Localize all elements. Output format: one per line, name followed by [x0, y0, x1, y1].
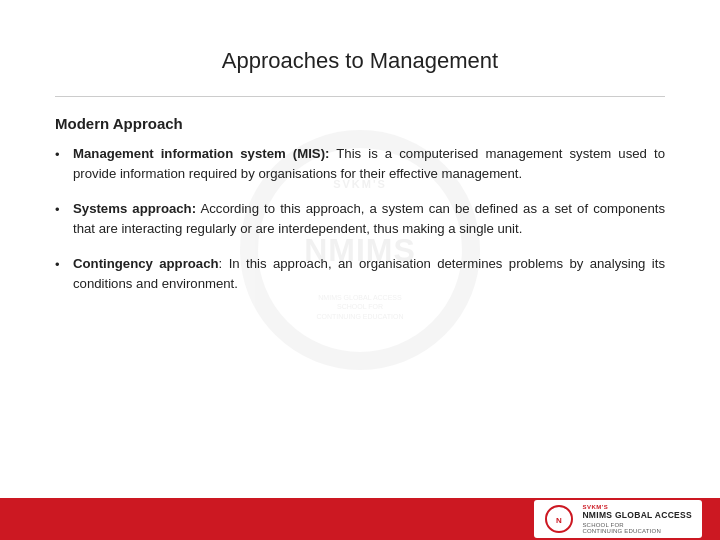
bullet-text-1: Management information system (MIS): Thi… [73, 144, 665, 185]
logo-text-block: SVKM'S NMIMS GLOBAL ACCESS SCHOOL FOR CO… [582, 504, 692, 533]
nmims-emblem-icon: N [544, 504, 574, 534]
main-content: Approaches to Management Modern Approach… [0, 0, 720, 498]
term-1: Management information system (MIS): [73, 146, 329, 161]
bullet-text-2: Systems approach: According to this appr… [73, 199, 665, 240]
term-3: Contingency approach [73, 256, 219, 271]
footer-bar: N SVKM'S NMIMS GLOBAL ACCESS SCHOOL FOR … [0, 498, 720, 540]
term-2: Systems approach: [73, 201, 196, 216]
section-heading: Modern Approach [55, 115, 665, 132]
logo-sub-text-2: CONTINUING EDUCATION [582, 528, 692, 534]
slide-container: SVKM'S NMIMS NMIMS GLOBAL ACCESSSCHOOL F… [0, 0, 720, 540]
slide-title: Approaches to Management [55, 20, 665, 97]
list-item: • Management information system (MIS): T… [55, 144, 665, 185]
bullet-list: • Management information system (MIS): T… [55, 144, 665, 295]
logo-main-text-1: NMIMS GLOBAL ACCESS [582, 510, 692, 521]
list-item: • Contingency approach: In this approach… [55, 254, 665, 295]
footer-logo-area: N SVKM'S NMIMS GLOBAL ACCESS SCHOOL FOR … [534, 500, 702, 538]
bullet-text-3: Contingency approach: In this approach, … [73, 254, 665, 295]
bullet-dot-3: • [55, 255, 73, 275]
bullet-dot-2: • [55, 200, 73, 220]
svg-text:N: N [557, 516, 563, 525]
list-item: • Systems approach: According to this ap… [55, 199, 665, 240]
bullet-dot-1: • [55, 145, 73, 165]
